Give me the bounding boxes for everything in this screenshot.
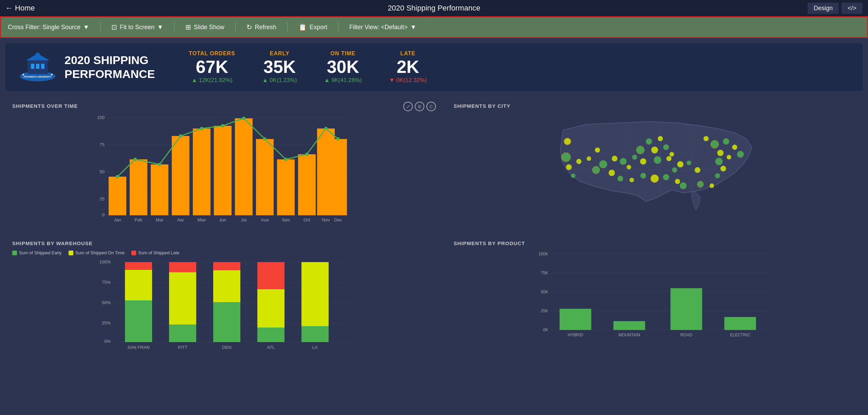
svg-text:Feb: Feb	[135, 217, 142, 221]
svg-point-42	[324, 127, 328, 130]
svg-rect-131	[257, 262, 284, 289]
chart-icon-c[interactable]: C	[426, 102, 436, 111]
svg-text:0: 0	[102, 212, 105, 217]
svg-text:ATL: ATL	[267, 345, 275, 350]
chart-icon-expand[interactable]: ⤢	[403, 102, 413, 111]
svg-point-88	[704, 136, 709, 141]
export-button[interactable]: 📋 Export	[298, 23, 327, 31]
total-orders-change: ▲ 12K(21.82%)	[189, 77, 235, 84]
fit-to-screen-button[interactable]: ⊡ Fit to Screen ▼	[111, 23, 163, 31]
separator-4	[287, 22, 288, 32]
svg-text:25: 25	[100, 196, 105, 201]
svg-text:Oct: Oct	[303, 217, 311, 221]
page-title: 2020 Shipping Performance	[388, 4, 480, 13]
late-label: LATE	[389, 51, 427, 57]
svg-rect-3	[36, 64, 39, 69]
header-card: ★ ★ PATHWAYS UNIVERSITY 2020 SHIPPING PE…	[5, 43, 863, 91]
legend-ontime: Sum of Shipped On Time	[69, 250, 125, 255]
separator-3	[235, 22, 236, 32]
chevron-down-icon-2: ▼	[157, 24, 163, 31]
on-time-value: 30K	[324, 58, 362, 76]
svg-point-80	[666, 156, 671, 161]
svg-point-81	[640, 173, 646, 179]
svg-point-69	[592, 166, 600, 174]
on-time-label: ON TIME	[324, 51, 362, 57]
university-logo: ★ ★ PATHWAYS UNIVERSITY	[19, 52, 56, 82]
svg-point-62	[561, 153, 571, 162]
svg-rect-146	[560, 309, 591, 330]
shipments-by-city-card: SHIPMENTS BY CITY	[447, 96, 863, 228]
svg-rect-130	[257, 289, 284, 328]
svg-point-41	[305, 153, 309, 156]
chart-icon-b[interactable]: B	[415, 102, 424, 111]
svg-point-43	[336, 137, 340, 141]
chevron-down-icon-3: ▼	[410, 24, 417, 31]
refresh-button[interactable]: ↻ Refresh	[246, 23, 276, 31]
svg-text:Apr: Apr	[177, 217, 184, 221]
svg-point-32	[116, 175, 119, 178]
svg-text:100: 100	[97, 115, 105, 120]
svg-point-90	[717, 150, 724, 156]
svg-text:Mar: Mar	[156, 217, 164, 221]
shipments-by-warehouse-title: SHIPMENTS BY WAREHOUSE	[12, 240, 435, 246]
cross-filter-control[interactable]: Cross Filter: Single Source ▼	[8, 24, 89, 31]
metrics-area: TOTAL ORDERS 67K ▲ 12K(21.82%) EARLY 35K…	[189, 51, 427, 84]
svg-point-94	[727, 155, 731, 159]
top-navigation: ← Home 2020 Shipping Performance Design …	[0, 0, 868, 16]
svg-point-34	[158, 163, 161, 166]
svg-text:50%: 50%	[102, 300, 111, 305]
svg-text:75%: 75%	[102, 280, 111, 285]
on-time-metric: ON TIME 30K ▲ 9K(41.28%)	[324, 51, 362, 84]
svg-rect-2	[31, 64, 34, 69]
svg-point-38	[242, 117, 245, 120]
svg-point-100	[677, 161, 684, 167]
svg-rect-122	[169, 272, 196, 324]
shipments-by-product-title: SHIPMENTS BY PRODUCT	[454, 240, 856, 246]
svg-point-70	[612, 156, 617, 161]
shipments-by-warehouse-chart: 100% 75% 50% 25% 0%	[12, 258, 435, 353]
filter-view-control[interactable]: Filter View: <Default> ▼	[349, 24, 417, 31]
svg-rect-22	[151, 164, 168, 215]
svg-point-61	[564, 138, 571, 145]
svg-rect-148	[613, 321, 645, 330]
svg-text:DEN: DEN	[222, 345, 231, 350]
charts-row-1: SHIPMENTS OVER TIME ⤢ B C 100 75 50 25 0	[5, 96, 863, 228]
svg-rect-23	[172, 136, 189, 215]
svg-point-71	[646, 138, 652, 145]
svg-point-33	[133, 158, 137, 161]
svg-rect-150	[670, 288, 702, 330]
svg-point-95	[723, 138, 730, 145]
svg-point-66	[599, 160, 607, 169]
code-button[interactable]: </>	[842, 3, 863, 14]
early-value: 35K	[262, 58, 297, 76]
svg-point-86	[629, 178, 634, 182]
svg-text:50K: 50K	[541, 290, 548, 294]
svg-rect-26	[235, 118, 253, 215]
separator-5	[338, 22, 338, 32]
svg-text:SAN FRAN: SAN FRAN	[127, 345, 150, 350]
svg-point-99	[687, 161, 691, 165]
legend-late: Sum of Shipped Late	[131, 250, 179, 255]
slide-show-button[interactable]: ⊞ Slide Show	[185, 23, 224, 31]
svg-point-63	[566, 164, 572, 170]
svg-rect-119	[125, 262, 152, 270]
svg-text:PATHWAYS UNIVERSITY: PATHWAYS UNIVERSITY	[24, 76, 52, 78]
main-content: ★ ★ PATHWAYS UNIVERSITY 2020 SHIPPING PE…	[0, 38, 868, 365]
design-button[interactable]: Design	[808, 3, 839, 14]
separator-2	[174, 22, 174, 32]
home-button[interactable]: ← Home	[5, 4, 35, 13]
warehouse-legend: Sum of Shipped Early Sum of Shipped On T…	[12, 250, 435, 255]
svg-text:MOUNTAIN: MOUNTAIN	[618, 333, 640, 337]
legend-dot-ontime	[69, 251, 73, 255]
svg-text:May: May	[198, 217, 206, 221]
late-metric: LATE 2K ▼ 0K(12.32%)	[389, 51, 427, 84]
total-orders-metric: TOTAL ORDERS 67K ▲ 12K(21.82%)	[189, 51, 235, 84]
shipments-over-time-card: SHIPMENTS OVER TIME ⤢ B C 100 75 50 25 0	[5, 96, 441, 228]
svg-text:Sep: Sep	[282, 217, 290, 221]
svg-point-98	[695, 167, 700, 173]
shipments-by-city-title: SHIPMENTS BY CITY	[454, 103, 856, 109]
svg-point-105	[697, 181, 704, 187]
svg-rect-125	[213, 302, 240, 342]
shipments-over-time-chart: 100 75 50 25 0	[12, 113, 435, 221]
shipments-by-warehouse-card: SHIPMENTS BY WAREHOUSE Sum of Shipped Ea…	[5, 234, 441, 360]
